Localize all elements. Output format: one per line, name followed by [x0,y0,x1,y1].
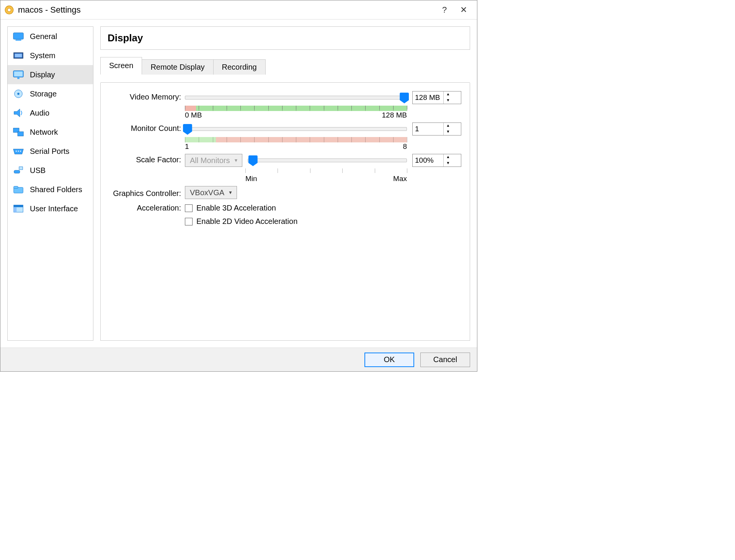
sidebar-item-label: USB [30,166,46,175]
combo-graphics-controller[interactable]: VBoxVGA ▼ [185,186,237,199]
close-button[interactable]: ✕ [454,5,473,15]
sidebar-item-label: System [30,51,56,60]
scale-min: 0 MB [185,111,202,119]
tab-bar: Screen Remote Display Recording [100,57,470,75]
scale-min: 1 [185,142,189,151]
scale-max: 8 [403,142,407,151]
sidebar-item-audio[interactable]: Audio [8,103,93,122]
sidebar: General System Display Storage Audio Net… [7,26,93,341]
svg-point-17 [20,151,21,152]
spin-down[interactable]: ▼ [444,129,452,135]
checkbox-enable-3d[interactable] [185,204,193,212]
audio-icon [11,107,25,119]
checkbox-label: Enable 3D Acceleration [196,204,276,212]
tab-label: Remote Display [150,63,204,71]
dialog-footer: OK Cancel [0,348,477,371]
svg-rect-8 [17,78,20,79]
svg-rect-24 [14,207,17,212]
settings-window: macos - Settings ? ✕ General System Disp… [0,0,477,372]
spinbox-video-memory[interactable]: ▲▼ [412,91,461,104]
scale-max: Max [393,175,407,183]
slider-scale-factor[interactable] [248,158,407,162]
cancel-button[interactable]: Cancel [420,353,470,367]
scale-max: 128 MB [382,111,407,119]
label-scale-factor: Scale Factor: [105,154,185,164]
slider-thumb[interactable] [248,155,258,166]
sidebar-item-general[interactable]: General [8,27,93,46]
spin-down[interactable]: ▼ [444,160,452,167]
svg-point-15 [16,151,17,152]
slider-thumb[interactable] [183,124,192,135]
sidebar-item-label: Serial Ports [30,147,69,156]
combo-scale-monitors[interactable]: All Monitors ▼ [185,154,242,167]
svg-marker-11 [14,109,20,117]
tab-screen[interactable]: Screen [100,57,142,75]
row-acceleration: Acceleration: Enable 3D Acceleration Ena… [105,202,461,227]
storage-icon [11,88,25,100]
svg-rect-19 [14,170,20,173]
shared-folders-icon [11,184,25,195]
page-heading: Display [100,26,470,50]
checkbox-enable-2d[interactable] [185,218,193,225]
label-graphics-controller: Graphics Controller: [105,188,185,198]
svg-rect-3 [16,39,21,41]
row-scale-factor: Scale Factor: All Monitors ▼ [105,154,461,183]
sidebar-item-label: Display [30,70,55,79]
row-monitor-count: Monitor Count: ▲▼ [105,122,461,151]
svg-rect-5 [15,54,22,57]
sidebar-item-label: Audio [30,109,49,118]
sidebar-item-label: User Interface [30,204,78,213]
sidebar-item-usb[interactable]: USB [8,161,93,180]
spinbox-monitor-count[interactable]: ▲▼ [412,122,461,136]
label-acceleration: Acceleration: [105,202,185,212]
tab-recording[interactable]: Recording [213,59,266,75]
sidebar-item-user-interface[interactable]: User Interface [8,199,93,218]
sidebar-item-label: Network [30,128,58,137]
ok-button[interactable]: OK [364,353,414,367]
video-memory-value[interactable] [413,93,443,102]
scale-factor-value[interactable] [413,156,443,165]
row-graphics-controller: Graphics Controller: VBoxVGA ▼ [105,186,461,199]
sidebar-item-storage[interactable]: Storage [8,84,93,103]
button-label: Cancel [433,355,457,364]
spin-up[interactable]: ▲ [444,154,452,160]
combo-value: All Monitors [190,156,230,165]
svg-rect-13 [18,132,23,136]
sidebar-item-label: General [30,32,57,41]
svg-rect-23 [14,205,23,207]
label-video-memory: Video Memory: [105,91,185,101]
svg-point-10 [17,93,20,95]
display-icon [11,69,25,80]
sidebar-item-serial-ports[interactable]: Serial Ports [8,142,93,161]
spinbox-scale-factor[interactable]: ▲▼ [412,154,461,167]
slider-thumb[interactable] [400,93,409,103]
slider-monitor-count[interactable] [185,127,407,131]
help-button[interactable]: ? [435,5,454,15]
spin-up[interactable]: ▲ [444,123,452,129]
sidebar-item-label: Storage [30,90,57,98]
svg-rect-18 [19,167,23,170]
spin-up[interactable]: ▲ [444,91,452,98]
titlebar: macos - Settings ? ✕ [0,0,477,20]
window-title: macos - Settings [18,5,81,15]
serial-ports-icon [11,145,25,157]
gear-icon [4,5,14,15]
slider-video-memory[interactable] [185,96,407,100]
spin-down[interactable]: ▼ [444,98,452,104]
tab-remote-display[interactable]: Remote Display [142,59,213,75]
general-icon [11,31,25,42]
scale-min: Min [245,175,257,183]
sidebar-item-system[interactable]: System [8,46,93,65]
page-heading-text: Display [108,32,143,44]
tab-label: Screen [109,61,133,70]
monitor-count-value[interactable] [413,125,443,133]
chevron-down-icon: ▼ [234,158,238,163]
tab-label: Recording [222,63,257,71]
sidebar-item-display[interactable]: Display [8,65,93,84]
sidebar-item-label: Shared Folders [30,185,82,194]
row-video-memory: Video Memory: ▲▼ [105,91,461,119]
sidebar-item-network[interactable]: Network [8,122,93,142]
main-panel: Display Screen Remote Display Recording … [100,26,470,341]
network-icon [11,126,25,138]
sidebar-item-shared-folders[interactable]: Shared Folders [8,180,93,199]
